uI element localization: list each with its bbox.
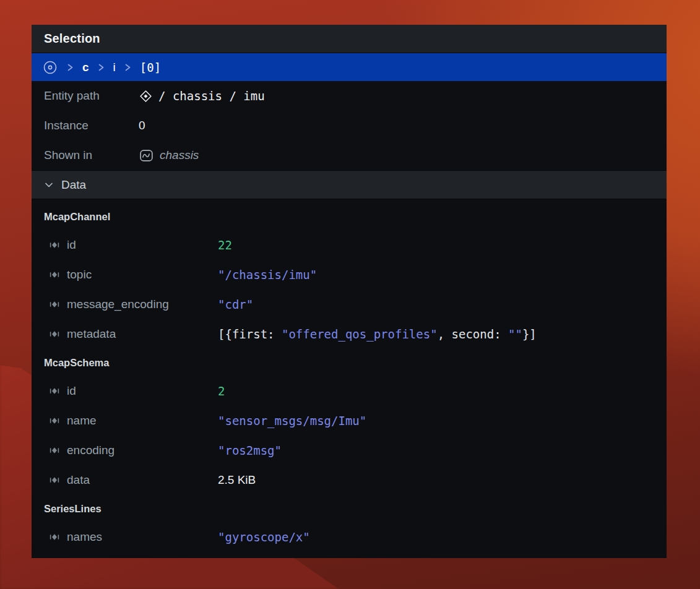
component-icon xyxy=(49,385,60,397)
field-label: name xyxy=(67,414,218,428)
field-row-id[interactable]: id 2 xyxy=(32,376,667,406)
entity-diamond-icon xyxy=(139,89,153,103)
field-label: metadata xyxy=(67,327,218,341)
field-label: id xyxy=(67,384,218,398)
entity-path-label: Entity path xyxy=(44,89,139,103)
breadcrumb: c i [0] xyxy=(32,53,667,81)
metadata-mid: , second: xyxy=(438,327,508,341)
field-value: "/chassis/imu" xyxy=(218,268,317,282)
data-content: McapChannel id 22 topic "/chassis/imu" m… xyxy=(32,199,667,558)
panel-title: Selection xyxy=(44,32,100,46)
metadata-suffix: }] xyxy=(522,327,537,341)
entity-path-link[interactable]: / chassis / imu xyxy=(139,89,265,103)
field-label: names xyxy=(67,530,218,544)
field-value: "ros2msg" xyxy=(218,444,282,457)
breadcrumb-item-chassis[interactable]: c xyxy=(82,61,89,74)
archetype-label-mcapschema: McapSchema xyxy=(32,349,667,376)
field-row-data[interactable]: data 2.5 KiB xyxy=(32,465,667,495)
chevron-down-icon xyxy=(44,180,54,190)
entity-path-row: Entity path / chassis / imu xyxy=(32,81,667,111)
component-icon xyxy=(49,445,60,456)
field-label: topic xyxy=(67,268,218,282)
field-label: message_encoding xyxy=(67,298,218,311)
chevron-right-icon xyxy=(124,62,132,72)
field-value: 22 xyxy=(218,238,232,252)
field-label: id xyxy=(67,238,218,252)
component-icon xyxy=(49,415,60,426)
timeseries-view-icon xyxy=(139,148,154,163)
panel-header: Selection xyxy=(32,25,667,53)
breadcrumb-item-instance[interactable]: [0] xyxy=(140,61,161,74)
archetype-label-serieslines: SeriesLines xyxy=(32,495,667,522)
data-section-header[interactable]: Data xyxy=(32,171,667,199)
selection-panel: Selection c i [0] Entity path xyxy=(32,25,667,558)
metadata-second-string: "" xyxy=(508,327,522,341)
component-icon xyxy=(49,475,60,486)
field-row-name[interactable]: name "sensor_msgs/msg/Imu" xyxy=(32,406,667,436)
shown-in-view-link[interactable]: chassis xyxy=(139,148,199,163)
field-value: "gyroscope/x" xyxy=(218,530,310,544)
instance-row: Instance 0 xyxy=(32,111,667,140)
instance-label: Instance xyxy=(44,119,139,132)
field-label: data xyxy=(67,473,218,487)
selection-info: Entity path / chassis / imu Instance 0 S… xyxy=(32,81,667,171)
component-icon xyxy=(49,329,60,340)
field-value: "cdr" xyxy=(218,298,253,311)
component-icon xyxy=(49,299,60,310)
field-row-metadata[interactable]: metadata [{first: "offered_qos_profiles"… xyxy=(32,319,667,349)
field-row-id[interactable]: id 22 xyxy=(32,230,667,260)
shown-in-row: Shown in chassis xyxy=(32,140,667,170)
instance-value: 0 xyxy=(139,119,145,132)
entity-path-value: / chassis / imu xyxy=(158,89,265,103)
chevron-right-icon xyxy=(66,62,74,72)
field-row-names[interactable]: names "gyroscope/x" xyxy=(32,522,667,552)
field-row-message-encoding[interactable]: message_encoding "cdr" xyxy=(32,290,667,319)
component-icon xyxy=(49,269,60,280)
entity-circle-icon[interactable] xyxy=(42,59,58,75)
component-icon xyxy=(49,531,60,543)
shown-in-view-name: chassis xyxy=(160,148,199,162)
field-value: 2 xyxy=(218,384,225,398)
field-row-encoding[interactable]: encoding "ros2msg" xyxy=(32,436,667,465)
field-label: encoding xyxy=(67,444,218,457)
component-icon xyxy=(49,239,60,251)
data-section-title: Data xyxy=(61,178,86,192)
field-value: 2.5 KiB xyxy=(218,473,256,487)
breadcrumb-item-imu[interactable]: i xyxy=(113,61,116,74)
archetype-label-mcapchannel: McapChannel xyxy=(32,203,667,230)
chevron-right-icon xyxy=(97,62,105,72)
metadata-first-string: "offered_qos_profiles" xyxy=(282,327,438,341)
shown-in-label: Shown in xyxy=(44,148,139,162)
field-row-topic[interactable]: topic "/chassis/imu" xyxy=(32,260,667,290)
field-value: "sensor_msgs/msg/Imu" xyxy=(218,414,366,428)
metadata-prefix: [{first: xyxy=(218,327,282,341)
field-value-metadata: [{first: "offered_qos_profiles", second:… xyxy=(218,327,537,341)
